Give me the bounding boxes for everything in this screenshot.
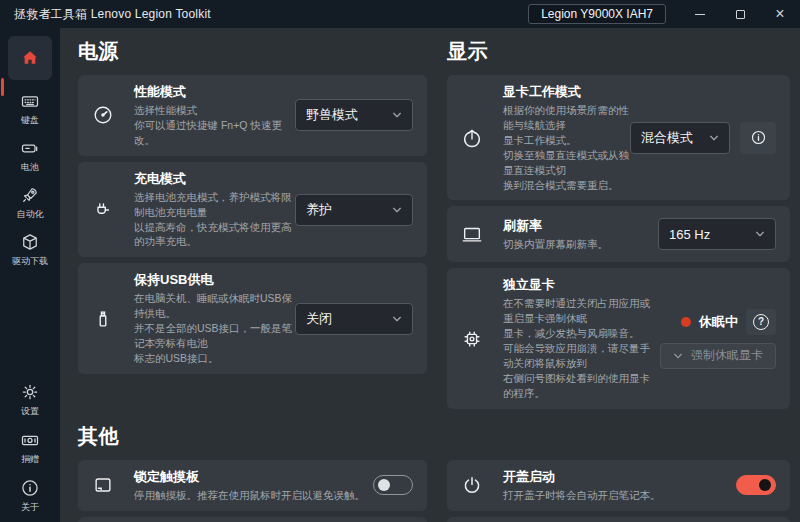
keyboard-icon xyxy=(20,91,40,111)
chevron-down-icon xyxy=(392,314,402,324)
card-title: 开盖启动 xyxy=(503,468,661,486)
gauge-icon xyxy=(90,104,116,126)
question-icon: ? xyxy=(753,314,769,330)
card-desc: 切换内置屏幕刷新率。 xyxy=(503,237,608,252)
chevron-down-icon xyxy=(673,351,683,361)
gpu-status-dot xyxy=(681,317,691,327)
toggle-knob xyxy=(759,479,771,491)
refresh-rate-select[interactable]: 165 Hz xyxy=(658,218,776,250)
section-title-display: 显示 xyxy=(447,38,790,65)
toggle-knob xyxy=(378,479,390,491)
card-desc: 打开盖子时将会自动开启笔记本。 xyxy=(503,488,661,503)
sidebar-item-battery[interactable]: 电池 xyxy=(20,138,40,174)
device-model-badge[interactable]: Legion Y9000X IAH7 xyxy=(528,4,666,24)
sidebar-item-settings[interactable]: 设置 xyxy=(20,382,40,418)
sidebar-item-label: 自动化 xyxy=(17,208,44,221)
boot-on-lid-open-toggle[interactable] xyxy=(736,475,776,495)
display-icon xyxy=(459,223,485,245)
chevron-down-icon xyxy=(392,205,402,215)
select-value: 野兽模式 xyxy=(306,106,358,124)
card-title: 保持USB供电 xyxy=(134,271,295,289)
sidebar-item-label: 关于 xyxy=(21,501,39,514)
info-icon xyxy=(750,129,767,146)
maximize-button[interactable] xyxy=(720,0,760,28)
maximize-icon xyxy=(736,10,745,19)
gpu-switch-icon xyxy=(459,127,485,149)
section-title-power: 电源 xyxy=(78,38,427,65)
sidebar-item-downloads[interactable]: 驱动下载 xyxy=(12,232,48,268)
main-content: 电源 性能模式 选择性能模式 你可以通过快捷键 Fn+Q 快速更改。 xyxy=(60,28,800,522)
select-value: 关闭 xyxy=(306,310,332,328)
card-charging-mode: 充电模式 选择电池充电模式，养护模式将限制电池充电电量 以提高寿命，快充模式将使… xyxy=(78,162,427,258)
sidebar-item-donate[interactable]: 捐赠 xyxy=(20,430,40,466)
card-title: 显卡工作模式 xyxy=(503,83,630,101)
gpu-status-help-button[interactable]: ? xyxy=(746,309,776,335)
card-refresh-rate: 刷新率 切换内置屏幕刷新率。 165 Hz xyxy=(447,206,790,262)
card-gpu-working-mode: 显卡工作模式 根据你的使用场景所需的性能与续航选择 显卡工作模式。 切换至独显直… xyxy=(447,75,790,200)
active-indicator xyxy=(1,78,4,96)
card-desc: 在不需要时通过关闭占用应用或重启显卡强制休眠 显卡，减少发热与风扇噪音。 可能会… xyxy=(503,296,660,400)
card-desc: 停用触摸板。推荐在使用鼠标时开启以避免误触。 xyxy=(134,488,365,503)
card-discrete-gpu: 独立显卡 在不需要时通过关闭占用应用或重启显卡强制休眠 显卡，减少发热与风扇噪音… xyxy=(447,268,790,408)
banknote-icon xyxy=(20,430,40,450)
battery-icon xyxy=(20,138,40,158)
chevron-down-icon xyxy=(755,229,765,239)
sidebar-item-about[interactable]: 关于 xyxy=(20,478,40,514)
usb-power-select[interactable]: 关闭 xyxy=(295,303,413,335)
info-icon xyxy=(20,478,40,498)
sidebar-item-label: 键盘 xyxy=(21,114,39,127)
gear-icon xyxy=(20,382,40,402)
chevron-down-icon xyxy=(709,133,719,143)
card-title: 刷新率 xyxy=(503,217,608,235)
card-title: 锁定触摸板 xyxy=(134,468,365,486)
sidebar-item-automation[interactable]: 自动化 xyxy=(17,185,44,221)
home-icon xyxy=(20,48,40,68)
card-lock-fn-key: 锁定Fn键 开启后将无需按下Fn键即可触发功能， 触发原F1至F12键需按下Fn… xyxy=(78,517,427,522)
touchpad-icon xyxy=(90,474,116,496)
select-value: 混合模式 xyxy=(641,129,693,147)
usb-icon xyxy=(90,308,116,330)
card-title: 充电模式 xyxy=(134,170,295,188)
close-icon: × xyxy=(775,5,784,23)
minimize-icon xyxy=(695,14,705,15)
sidebar-item-keyboard[interactable]: 键盘 xyxy=(20,91,40,127)
card-title: 独立显卡 xyxy=(503,276,660,294)
app-title: 拯救者工具箱 Lenovo Legion Toolkit xyxy=(0,6,211,23)
gpu-mode-select[interactable]: 混合模式 xyxy=(630,122,730,154)
force-sleep-gpu-label: 强制休眠显卡 xyxy=(691,347,763,364)
charger-plug-icon xyxy=(90,199,116,221)
section-title-other: 其他 xyxy=(78,423,790,450)
card-boot-on-lid-open: 开盖启动 打开盖子时将会自动开启笔记本。 xyxy=(447,460,790,511)
select-value: 养护 xyxy=(306,201,332,219)
chip-icon xyxy=(459,328,485,350)
power-icon xyxy=(459,474,485,496)
sidebar-item-label: 捐赠 xyxy=(21,453,39,466)
close-button[interactable]: × xyxy=(760,0,800,28)
card-usb-power: 保持USB供电 在电脑关机、睡眠或休眠时USB保持供电。 并不是全部的USB接口… xyxy=(78,263,427,374)
card-performance-mode: 性能模式 选择性能模式 你可以通过快捷键 Fn+Q 快速更改。 野兽模式 xyxy=(78,75,427,156)
package-icon xyxy=(20,232,40,252)
select-value: 165 Hz xyxy=(669,227,710,242)
automation-rocket-icon xyxy=(20,185,40,205)
legion-toolkit-window: 拯救者工具箱 Lenovo Legion Toolkit Legion Y900… xyxy=(0,0,800,522)
sidebar-item-dashboard[interactable] xyxy=(8,36,52,80)
charging-mode-select[interactable]: 养护 xyxy=(295,194,413,226)
card-title: 性能模式 xyxy=(134,83,295,101)
card-desc: 根据你的使用场景所需的性能与续航选择 显卡工作模式。 切换至独显直连模式或从独显… xyxy=(503,103,630,192)
sidebar-item-label: 驱动下载 xyxy=(12,255,48,268)
lock-touchpad-toggle[interactable] xyxy=(373,475,413,495)
minimize-button[interactable] xyxy=(680,0,720,28)
sidebar-item-label: 设置 xyxy=(21,405,39,418)
card-desc: 选择性能模式 你可以通过快捷键 Fn+Q 快速更改。 xyxy=(134,103,295,148)
performance-mode-select[interactable]: 野兽模式 xyxy=(295,99,413,131)
card-lock-touchpad: 锁定触摸板 停用触摸板。推荐在使用鼠标时开启以避免误触。 xyxy=(78,460,427,511)
force-sleep-gpu-button[interactable]: 强制休眠显卡 xyxy=(660,343,776,369)
titlebar: 拯救者工具箱 Lenovo Legion Toolkit Legion Y900… xyxy=(0,0,800,28)
gpu-status-text: 休眠中 xyxy=(699,313,738,331)
gpu-mode-info-button[interactable] xyxy=(740,122,776,154)
sidebar: 键盘 电池 自动化 驱动下载 设置 xyxy=(0,28,60,522)
card-desc: 在电脑关机、睡眠或休眠时USB保持供电。 并不是全部的USB接口，一般是笔记本旁… xyxy=(134,291,295,366)
chevron-down-icon xyxy=(392,110,402,120)
card-overdrive: OverDrive 开启后通过加压超频提升内置屏幕响应速度， 可能会导致屏幕过冲… xyxy=(447,517,790,522)
card-desc: 选择电池充电模式，养护模式将限制电池充电电量 以提高寿命，快充模式将使用更高的功… xyxy=(134,190,295,250)
